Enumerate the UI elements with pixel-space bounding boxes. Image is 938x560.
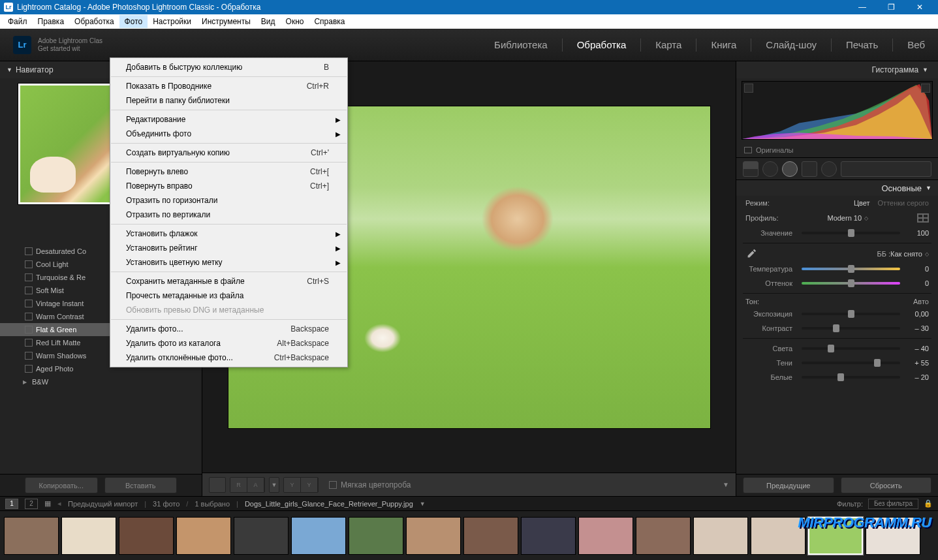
loupe-view-button[interactable] xyxy=(209,477,226,493)
menu-item[interactable]: Отразить по вертикали xyxy=(110,208,347,222)
menu-обработка[interactable]: Обработка xyxy=(69,15,119,28)
menu-item[interactable]: Повернуть вправоCtrl+] xyxy=(110,179,347,193)
grid-icon[interactable]: ▦ xyxy=(44,499,51,508)
filmstrip-thumb[interactable] xyxy=(636,517,691,555)
exposure-slider[interactable] xyxy=(802,313,900,315)
compare-dropdown-icon[interactable]: ▼ xyxy=(269,477,279,493)
module-библиотека[interactable]: Библиотека xyxy=(494,37,548,53)
histogram[interactable] xyxy=(742,81,933,140)
eyedropper-icon[interactable] xyxy=(745,248,757,260)
menu-item[interactable]: Создать виртуальную копиюCtrl+' xyxy=(110,146,347,160)
spot-tool-button[interactable] xyxy=(762,161,778,177)
color-mode-button[interactable]: Цвет xyxy=(854,199,870,207)
filmstrip-thumb[interactable] xyxy=(349,517,403,555)
grad-filter-button[interactable] xyxy=(802,161,817,177)
profile-select[interactable]: Modern 10◇ xyxy=(827,214,868,222)
left-footer: Копировать... Вставить xyxy=(0,474,202,496)
preset-group-bw[interactable]: ▶B&W xyxy=(0,375,202,388)
secondary-display-1[interactable]: 1 xyxy=(5,499,18,509)
filmstrip-thumb[interactable] xyxy=(463,517,518,555)
module-слайд-шоу[interactable]: Слайд-шоу xyxy=(766,37,817,53)
menu-item[interactable]: Установить цветную метку▶ xyxy=(110,255,347,270)
maximize-button[interactable]: ❐ xyxy=(877,0,905,14)
basic-section-header[interactable]: Основные ▼ xyxy=(736,180,938,196)
close-window-button[interactable]: ✕ xyxy=(905,0,934,14)
tint-slider[interactable] xyxy=(802,282,900,285)
highlight-clip-icon[interactable] xyxy=(921,84,930,93)
menu-вид[interactable]: Вид xyxy=(256,15,281,28)
reset-button[interactable]: Сбросить xyxy=(841,477,932,493)
originals-row[interactable]: Оригиналы xyxy=(736,142,938,158)
menu-настройки[interactable]: Настройки xyxy=(148,15,196,28)
menu-item[interactable]: Удалить фото из каталогаAlt+Backspace xyxy=(110,336,347,350)
contrast-slider[interactable] xyxy=(802,327,900,330)
menu-справка[interactable]: Справка xyxy=(309,15,350,28)
temp-slider[interactable] xyxy=(802,268,900,270)
filmstrip-thumb[interactable] xyxy=(291,517,346,555)
amount-slider[interactable] xyxy=(802,232,900,234)
filmstrip-thumb[interactable] xyxy=(693,517,748,555)
menu-item[interactable]: Показать в ПроводникеCtrl+R xyxy=(110,79,347,93)
swap-group[interactable]: YY xyxy=(283,477,319,493)
menu-окно[interactable]: Окно xyxy=(281,15,309,28)
menu-item[interactable]: Перейти в папку библиотеки xyxy=(110,93,347,108)
module-карта[interactable]: Карта xyxy=(655,37,681,53)
filmstrip-thumb[interactable] xyxy=(866,517,920,555)
filter-lock-icon[interactable]: 🔒 xyxy=(924,499,933,508)
filmstrip-thumb[interactable] xyxy=(176,517,231,555)
before-after-group[interactable]: RA xyxy=(230,477,265,493)
module-обработка[interactable]: Обработка xyxy=(577,37,627,53)
menu-item[interactable]: Установить рейтинг▶ xyxy=(110,241,347,255)
menu-item[interactable]: Прочесть метаданные из файла xyxy=(110,288,347,303)
menu-item[interactable]: Установить флажок▶ xyxy=(110,226,347,241)
menu-item[interactable]: Удалить отклонённые фото...Ctrl+Backspac… xyxy=(110,350,347,365)
shadows-slider[interactable] xyxy=(802,362,900,364)
gray-mode-button[interactable]: Оттенки серого xyxy=(878,199,929,207)
filmstrip-thumb[interactable] xyxy=(578,517,633,555)
collection-name[interactable]: Предыдущий импорт xyxy=(68,500,138,508)
menu-item[interactable]: Удалить фото...Backspace xyxy=(110,322,347,336)
menu-файл[interactable]: Файл xyxy=(3,15,33,28)
filmstrip-thumb[interactable] xyxy=(61,517,116,555)
crop-tool-button[interactable] xyxy=(743,161,758,177)
filter-select[interactable]: Без фильтра xyxy=(868,499,918,509)
filmstrip[interactable] xyxy=(0,510,938,560)
softproof-checkbox[interactable]: Мягкая цветопроба xyxy=(329,480,411,490)
module-книга[interactable]: Книга xyxy=(711,37,736,53)
menu-item[interactable]: Редактирование▶ xyxy=(110,112,347,127)
histogram-header[interactable]: Гистограмма ▼ xyxy=(736,61,938,78)
toolbar-overflow-icon[interactable]: ▼ xyxy=(723,481,729,488)
whites-slider[interactable] xyxy=(802,376,900,379)
minimize-button[interactable]: — xyxy=(848,0,877,14)
filmstrip-thumb[interactable] xyxy=(119,517,174,555)
filmstrip-thumb[interactable] xyxy=(406,517,461,555)
menu-фото[interactable]: Фото xyxy=(119,15,148,28)
module-печать[interactable]: Печать xyxy=(846,37,878,53)
auto-tone-button[interactable]: Авто xyxy=(913,298,929,305)
menu-item[interactable]: Объединить фото▶ xyxy=(110,127,347,141)
filmstrip-thumb[interactable] xyxy=(234,517,289,555)
brush-tool-button[interactable] xyxy=(841,161,931,177)
filmstrip-thumb[interactable] xyxy=(4,517,59,555)
menu-правка[interactable]: Правка xyxy=(33,15,70,28)
filmstrip-thumb[interactable] xyxy=(808,517,863,555)
wb-select[interactable]: Как снято◇ xyxy=(890,250,929,258)
menu-инструменты[interactable]: Инструменты xyxy=(196,15,256,28)
redeye-tool-button[interactable] xyxy=(782,161,798,177)
copy-settings-button[interactable]: Копировать... xyxy=(25,477,98,493)
profile-browser-button[interactable] xyxy=(917,213,929,223)
filmstrip-thumb[interactable] xyxy=(751,517,805,555)
previous-button[interactable]: Предыдущие xyxy=(743,477,834,493)
menu-item[interactable]: Повернуть влевоCtrl+[ xyxy=(110,164,347,179)
highlights-slider[interactable] xyxy=(802,347,900,350)
module-веб[interactable]: Веб xyxy=(907,37,925,53)
radial-filter-button[interactable] xyxy=(821,161,837,177)
paste-settings-button[interactable]: Вставить xyxy=(104,477,178,493)
filmstrip-thumb[interactable] xyxy=(521,517,576,555)
secondary-display-2[interactable]: 2 xyxy=(25,499,38,509)
menu-item[interactable]: Отразить по горизонтали xyxy=(110,193,347,208)
photo-menu-dropdown[interactable]: Добавить в быструю коллекциюBПоказать в … xyxy=(110,57,348,367)
menu-item[interactable]: Добавить в быструю коллекциюB xyxy=(110,60,347,74)
menu-item[interactable]: Сохранить метаданные в файлеCtrl+S xyxy=(110,274,347,288)
shadow-clip-icon[interactable] xyxy=(744,84,753,93)
